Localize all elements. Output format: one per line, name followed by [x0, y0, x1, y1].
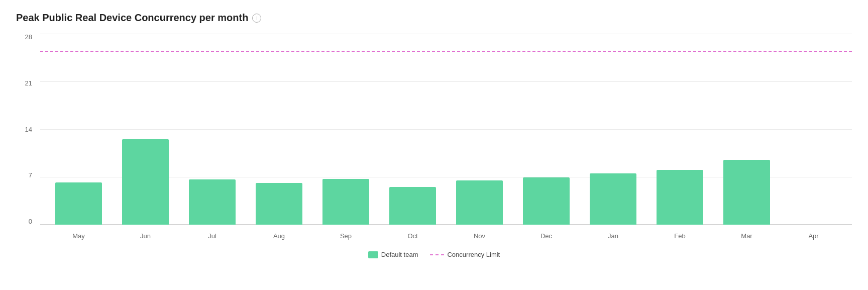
bar-group-jul [179, 34, 246, 225]
bar-jan[interactable] [590, 173, 636, 225]
bar-aug[interactable] [256, 183, 302, 225]
y-label-7: 7 [16, 172, 36, 178]
chart-area: 28 21 14 7 0 MayJunJulAugSepOctNov [16, 34, 852, 245]
bars-container [40, 34, 852, 225]
bar-oct[interactable] [389, 187, 436, 225]
bar-group-aug [246, 34, 312, 225]
bar-group-feb [646, 34, 713, 225]
x-label-sep: Sep [312, 232, 379, 240]
x-label-mar: Mar [713, 232, 780, 240]
x-label-jun: Jun [112, 232, 179, 240]
legend-team-label: Default team [381, 251, 418, 258]
bar-jul[interactable] [189, 179, 236, 225]
info-icon[interactable]: i [252, 14, 261, 23]
x-label-may: May [45, 232, 112, 240]
x-label-jul: Jul [179, 232, 246, 240]
bar-group-jan [580, 34, 646, 225]
bar-group-sep [312, 34, 379, 225]
bar-group-apr [780, 34, 847, 225]
x-label-dec: Dec [513, 232, 580, 240]
bar-mar[interactable] [723, 160, 770, 225]
y-axis: 28 21 14 7 0 [16, 34, 36, 225]
x-label-nov: Nov [446, 232, 513, 240]
chart-inner [40, 34, 852, 225]
y-label-14: 14 [16, 126, 36, 133]
y-label-28: 28 [16, 34, 36, 40]
x-labels: MayJunJulAugSepOctNovDecJanFebMarApr [40, 227, 852, 245]
bar-group-jun [112, 34, 179, 225]
legend-default-team: Default team [368, 251, 418, 258]
bar-nov[interactable] [456, 180, 503, 225]
bar-group-may [45, 34, 112, 225]
legend-limit-label: Concurrency Limit [447, 251, 500, 258]
legend-concurrency-limit: Concurrency Limit [430, 251, 500, 258]
x-label-apr: Apr [780, 232, 847, 240]
bar-dec[interactable] [523, 177, 570, 225]
legend-dashed-line [430, 254, 444, 255]
bar-group-nov [446, 34, 513, 225]
x-label-oct: Oct [379, 232, 446, 240]
bar-group-oct [379, 34, 446, 225]
y-label-21: 21 [16, 80, 36, 86]
bar-group-mar [713, 34, 780, 225]
x-label-feb: Feb [646, 232, 713, 240]
chart-container: Peak Public Real Device Concurrency per … [16, 12, 852, 258]
chart-title-row: Peak Public Real Device Concurrency per … [16, 12, 852, 24]
bar-may[interactable] [55, 182, 102, 225]
x-label-aug: Aug [246, 232, 312, 240]
y-label-0: 0 [16, 218, 36, 225]
legend: Default team Concurrency Limit [16, 251, 852, 258]
bar-group-dec [513, 34, 580, 225]
bar-jun[interactable] [122, 139, 169, 225]
x-label-jan: Jan [580, 232, 646, 240]
bar-feb[interactable] [657, 170, 703, 225]
bar-sep[interactable] [322, 179, 369, 225]
legend-color-bar [368, 251, 378, 258]
chart-title: Peak Public Real Device Concurrency per … [16, 12, 248, 24]
